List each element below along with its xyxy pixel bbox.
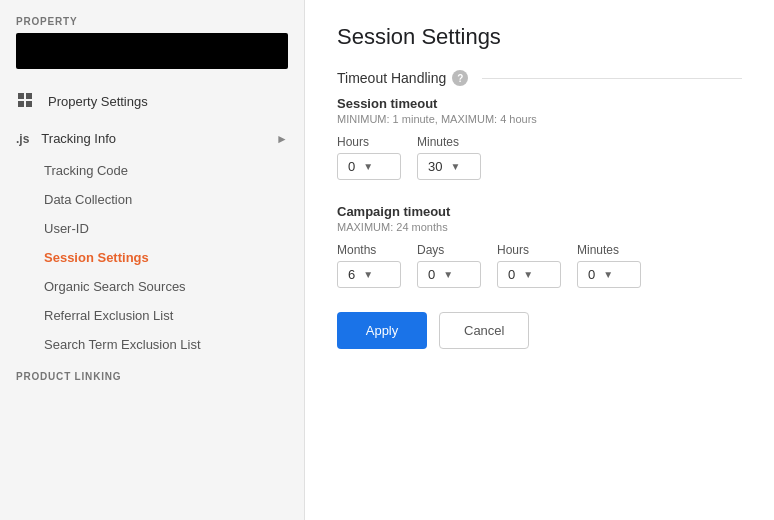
sidebar-item-data-collection[interactable]: Data Collection bbox=[44, 185, 304, 214]
session-minutes-group: Minutes 30 ▼ bbox=[417, 135, 481, 180]
product-linking-label: PRODUCT LINKING bbox=[0, 359, 304, 386]
session-hours-group: Hours 0 ▼ bbox=[337, 135, 401, 180]
campaign-days-label: Days bbox=[417, 243, 481, 257]
apply-button[interactable]: Apply bbox=[337, 312, 427, 349]
campaign-timeout-label: Campaign timeout bbox=[337, 204, 742, 219]
session-timeout-dropdowns: Hours 0 ▼ Minutes 30 ▼ bbox=[337, 135, 742, 180]
js-icon: .js bbox=[16, 132, 29, 146]
campaign-minutes-arrow: ▼ bbox=[603, 269, 613, 280]
session-hours-arrow: ▼ bbox=[363, 161, 373, 172]
campaign-minutes-dropdown[interactable]: 0 ▼ bbox=[577, 261, 641, 288]
chevron-right-icon: ► bbox=[276, 132, 288, 146]
session-minutes-dropdown[interactable]: 30 ▼ bbox=[417, 153, 481, 180]
campaign-months-dropdown[interactable]: 6 ▼ bbox=[337, 261, 401, 288]
session-minutes-value: 30 bbox=[428, 159, 442, 174]
campaign-days-dropdown[interactable]: 0 ▼ bbox=[417, 261, 481, 288]
sidebar-item-tracking-info[interactable]: .js Tracking Info ► bbox=[0, 121, 304, 156]
sidebar-item-organic-search-sources[interactable]: Organic Search Sources bbox=[44, 272, 304, 301]
campaign-hours-group: Hours 0 ▼ bbox=[497, 243, 561, 288]
campaign-hours-arrow: ▼ bbox=[523, 269, 533, 280]
campaign-minutes-group: Minutes 0 ▼ bbox=[577, 243, 641, 288]
campaign-timeout-group: Campaign timeout MAXIMUM: 24 months Mont… bbox=[337, 204, 742, 288]
campaign-hours-value: 0 bbox=[508, 267, 515, 282]
cancel-button[interactable]: Cancel bbox=[439, 312, 529, 349]
campaign-months-label: Months bbox=[337, 243, 401, 257]
grid-icon bbox=[16, 91, 36, 111]
timeout-section-heading: Timeout Handling ? bbox=[337, 70, 742, 86]
campaign-timeout-hint: MAXIMUM: 24 months bbox=[337, 221, 742, 233]
svg-rect-0 bbox=[18, 93, 24, 99]
sidebar-item-property-settings[interactable]: Property Settings bbox=[0, 81, 304, 121]
campaign-months-value: 6 bbox=[348, 267, 355, 282]
campaign-hours-label: Hours bbox=[497, 243, 561, 257]
sidebar-item-referral-exclusion-list[interactable]: Referral Exclusion List bbox=[44, 301, 304, 330]
campaign-months-group: Months 6 ▼ bbox=[337, 243, 401, 288]
session-hours-value: 0 bbox=[348, 159, 355, 174]
session-minutes-label: Minutes bbox=[417, 135, 481, 149]
campaign-days-group: Days 0 ▼ bbox=[417, 243, 481, 288]
page-title: Session Settings bbox=[337, 24, 742, 50]
session-timeout-hint: MINIMUM: 1 minute, MAXIMUM: 4 hours bbox=[337, 113, 742, 125]
timeout-heading-text: Timeout Handling bbox=[337, 70, 446, 86]
campaign-months-arrow: ▼ bbox=[363, 269, 373, 280]
sidebar: PROPERTY Property Settings .js Tracking … bbox=[0, 0, 305, 520]
campaign-days-arrow: ▼ bbox=[443, 269, 453, 280]
sidebar-item-user-id[interactable]: User-ID bbox=[44, 214, 304, 243]
sidebar-item-search-term-exclusion-list[interactable]: Search Term Exclusion List bbox=[44, 330, 304, 359]
session-hours-dropdown[interactable]: 0 ▼ bbox=[337, 153, 401, 180]
session-timeout-label: Session timeout bbox=[337, 96, 742, 111]
svg-rect-2 bbox=[18, 101, 24, 107]
campaign-timeout-dropdowns: Months 6 ▼ Days 0 ▼ Hours 0 ▼ bbox=[337, 243, 742, 288]
sidebar-item-property-settings-label: Property Settings bbox=[48, 94, 148, 109]
main-content: Session Settings Timeout Handling ? Sess… bbox=[305, 0, 774, 520]
button-row: Apply Cancel bbox=[337, 312, 742, 349]
sidebar-item-session-settings[interactable]: Session Settings bbox=[44, 243, 304, 272]
campaign-minutes-value: 0 bbox=[588, 267, 595, 282]
svg-rect-1 bbox=[26, 93, 32, 99]
property-redacted bbox=[16, 33, 288, 69]
session-minutes-arrow: ▼ bbox=[450, 161, 460, 172]
tracking-info-subitems: Tracking Code Data Collection User-ID Se… bbox=[0, 156, 304, 359]
campaign-minutes-label: Minutes bbox=[577, 243, 641, 257]
campaign-hours-dropdown[interactable]: 0 ▼ bbox=[497, 261, 561, 288]
sidebar-item-tracking-info-label: Tracking Info bbox=[41, 131, 116, 146]
svg-rect-3 bbox=[26, 101, 32, 107]
session-timeout-group: Session timeout MINIMUM: 1 minute, MAXIM… bbox=[337, 96, 742, 180]
sidebar-item-tracking-code[interactable]: Tracking Code bbox=[44, 156, 304, 185]
property-label: PROPERTY bbox=[0, 16, 304, 33]
session-hours-label: Hours bbox=[337, 135, 401, 149]
help-icon[interactable]: ? bbox=[452, 70, 468, 86]
campaign-days-value: 0 bbox=[428, 267, 435, 282]
section-divider bbox=[482, 78, 742, 79]
